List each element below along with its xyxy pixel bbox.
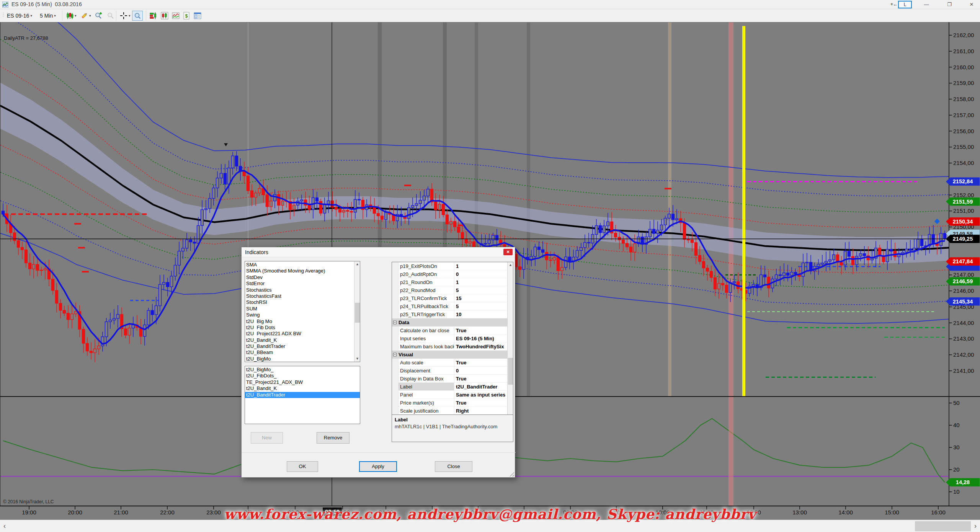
property-row[interactable]: Labelt2U_BanditTrader: [392, 383, 507, 391]
property-value[interactable]: 1: [454, 262, 507, 270]
available-indicators-list[interactable]: SMASMMA (Smoothed Moving Average)StdDevS…: [245, 261, 360, 362]
scroll-up-arrow[interactable]: ▲: [508, 262, 513, 268]
collapse-icon[interactable]: −: [393, 321, 397, 324]
scroll-right-arrow[interactable]: ›: [972, 522, 979, 531]
available-indicator-item[interactable]: t2U_Bandit_K: [245, 337, 354, 343]
property-value[interactable]: True: [454, 359, 507, 367]
minimize-button[interactable]: —: [918, 0, 935, 9]
property-row[interactable]: Input seriesES 09-16 (5 Min): [392, 335, 507, 343]
instrument-selector[interactable]: ES 09-16▾: [5, 11, 34, 21]
property-row[interactable]: Maximum bars look backTwoHundredFiftySix: [392, 343, 507, 351]
price-tick-label: 2158,00: [953, 96, 974, 102]
configured-indicators-list[interactable]: t2U_BigMo_t2U_FibDots_TE_Project221_ADX_…: [245, 366, 360, 424]
property-value[interactable]: 5: [454, 302, 507, 310]
property-value[interactable]: 5: [454, 286, 507, 294]
properties-panel-button[interactable]: [192, 11, 203, 21]
link-button[interactable]: L: [898, 1, 912, 8]
property-value[interactable]: Same as input series: [454, 391, 507, 399]
property-value[interactable]: Right: [454, 407, 507, 415]
drawing-tools-button[interactable]: ▾: [79, 11, 93, 21]
indicator-properties-grid[interactable]: p19_ExitPlotsOn1p20_AuditRptOn0p21_Round…: [392, 262, 513, 424]
available-indicator-item[interactable]: StochasticsFast: [245, 293, 354, 299]
available-indicator-item[interactable]: t2U_BigMo: [245, 356, 354, 362]
apply-button[interactable]: Apply: [359, 461, 397, 472]
remove-button[interactable]: Remove: [317, 432, 350, 444]
restore-button[interactable]: ❐: [941, 0, 958, 9]
available-indicator-item[interactable]: t2U_BBeam: [245, 349, 354, 356]
configured-indicator-item[interactable]: TE_Project221_ADX_BW: [245, 379, 360, 385]
available-indicator-item[interactable]: t2U Project221 ADX BW: [245, 331, 354, 337]
property-section-header[interactable]: −Data: [392, 318, 507, 326]
property-name: p21_RoundOn: [399, 278, 454, 286]
property-value[interactable]: ES 09-16 (5 Min): [454, 335, 507, 343]
chart-style-button[interactable]: ▾: [64, 11, 78, 21]
dialog-close-button[interactable]: ✕: [503, 249, 513, 255]
property-value[interactable]: 10: [454, 310, 507, 318]
scroll-left-arrow[interactable]: ‹: [1, 522, 8, 531]
collapse-icon[interactable]: −: [393, 353, 397, 356]
configured-indicator-item[interactable]: t2U_FibDots_: [245, 373, 360, 379]
chart-trader-button[interactable]: [159, 11, 170, 21]
zoom-out-button[interactable]: [105, 11, 116, 21]
configured-indicator-item[interactable]: t2U_BanditTrader: [245, 392, 360, 398]
crosshair-button[interactable]: ▾: [118, 11, 132, 21]
scrollbar-thumb[interactable]: [915, 521, 971, 531]
scroll-down-arrow[interactable]: ▼: [354, 356, 360, 362]
properties-scrollbar[interactable]: ▲ ▼: [507, 262, 513, 424]
scrollbar-thumb[interactable]: [355, 303, 360, 323]
property-value[interactable]: 0: [454, 270, 507, 278]
property-row[interactable]: Displacement0: [392, 367, 507, 375]
available-list-scrollbar[interactable]: ▲ ▼: [354, 261, 360, 362]
zoom-in-button[interactable]: [93, 11, 104, 21]
property-row[interactable]: p20_AuditRptOn0: [392, 270, 507, 278]
property-value[interactable]: t2U_BanditTrader: [454, 383, 507, 391]
property-value[interactable]: 0: [454, 367, 507, 375]
property-row[interactable]: p25_TLRTriggerTick10: [392, 310, 507, 318]
scroll-up-arrow[interactable]: ▲: [354, 261, 360, 267]
configured-indicator-item[interactable]: t2U_BigMo_: [245, 367, 360, 373]
property-row[interactable]: p24_TLRPullbackTick5: [392, 302, 507, 310]
property-value[interactable]: True: [454, 326, 507, 335]
property-row[interactable]: Calculate on bar closeTrue: [392, 326, 507, 335]
property-value[interactable]: True: [454, 399, 507, 407]
ok-button[interactable]: OK: [287, 461, 318, 472]
available-indicator-item[interactable]: SUM: [245, 306, 354, 312]
dialog-titlebar[interactable]: Indicators ✕: [242, 247, 515, 257]
available-indicator-item[interactable]: SMMA (Smoothed Moving Average): [245, 268, 354, 274]
available-indicator-item[interactable]: StdDev: [245, 274, 354, 281]
property-row[interactable]: Display in Data BoxTrue: [392, 375, 507, 383]
scrollbar-thumb[interactable]: [508, 358, 513, 385]
property-row[interactable]: Auto scaleTrue: [392, 359, 507, 367]
property-section-header[interactable]: −Visual: [392, 351, 507, 359]
property-row[interactable]: Price marker(s)True: [392, 399, 507, 407]
indicator-panel-button[interactable]: [170, 11, 181, 21]
property-value[interactable]: 15: [454, 294, 507, 302]
available-indicator-item[interactable]: t2U_BanditTrader: [245, 343, 354, 349]
dollar-button[interactable]: $: [181, 11, 191, 21]
property-row[interactable]: p22_RoundMod5: [392, 286, 507, 294]
close-dialog-button[interactable]: Close: [435, 461, 472, 472]
property-value[interactable]: 1: [454, 278, 507, 286]
property-row[interactable]: PanelSame as input series: [392, 391, 507, 399]
market-analyzer-button[interactable]: [148, 11, 159, 21]
configured-indicator-item[interactable]: t2U_Bandit_K: [245, 385, 360, 392]
interval-selector[interactable]: 5 Min▾: [38, 11, 57, 21]
property-row[interactable]: p21_RoundOn1: [392, 278, 507, 286]
property-value[interactable]: TwoHundredFiftySix: [454, 343, 507, 351]
property-row[interactable]: p23_TLRConfirmTick15: [392, 294, 507, 302]
new-button[interactable]: New: [251, 432, 283, 444]
available-indicator-item[interactable]: Stochastics: [245, 287, 354, 293]
property-row[interactable]: p19_ExitPlotsOn1: [392, 262, 507, 270]
available-indicator-item[interactable]: SMA: [245, 262, 354, 268]
price-marker-badge: 2152,84: [946, 177, 980, 186]
close-button[interactable]: ✕: [963, 0, 980, 9]
available-indicator-item[interactable]: StochRSI: [245, 299, 354, 305]
data-box-toggle-button[interactable]: [132, 11, 143, 21]
available-indicator-item[interactable]: Swing: [245, 312, 354, 318]
dialog-resize-grip[interactable]: [510, 472, 514, 477]
property-row[interactable]: Scale justificationRight: [392, 407, 507, 415]
property-value[interactable]: True: [454, 375, 507, 383]
available-indicator-item[interactable]: t2U Big Mo: [245, 318, 354, 325]
available-indicator-item[interactable]: StdError: [245, 281, 354, 287]
available-indicator-item[interactable]: t2U Fib Dots: [245, 325, 354, 331]
